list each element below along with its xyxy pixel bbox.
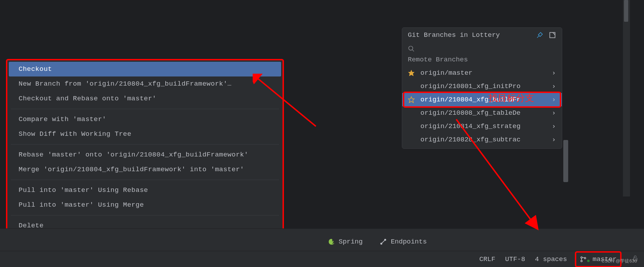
- branch-item[interactable]: origin/master ›: [402, 66, 562, 80]
- status-bar: CRLF UTF-8 4 spaces master: [0, 251, 644, 267]
- branch-name: origin/210814_xfg_strateg: [420, 122, 546, 130]
- tab-label: Endpoints: [391, 238, 427, 246]
- search-icon: [408, 45, 415, 52]
- chevron-right-icon: ›: [551, 69, 557, 77]
- menu-show-diff[interactable]: Show Diff with Working Tree: [9, 127, 281, 141]
- menu-merge[interactable]: Merge 'origin/210804_xfg_buildFramework'…: [9, 162, 281, 177]
- svg-point-7: [580, 260, 582, 261]
- tool-window-strip: [0, 228, 644, 251]
- tab-label: Spring: [339, 238, 363, 246]
- pin-icon[interactable]: [536, 31, 544, 39]
- menu-pull-merge[interactable]: Pull into 'master' Using Merge: [9, 198, 281, 212]
- tool-window-tabs: Spring Endpoints: [328, 234, 427, 249]
- branch-icon: [580, 256, 587, 263]
- branch-name: origin/210801_xfg_initPro: [420, 82, 546, 90]
- menu-separator: [11, 109, 279, 109]
- chevron-right-icon: ›: [551, 82, 557, 90]
- remote-branches-label: Remote Branches: [402, 56, 562, 66]
- status-encoding[interactable]: UTF-8: [505, 255, 525, 263]
- chevron-right-icon: ›: [551, 109, 557, 117]
- branch-name: origin/210808_xfg_tableDe: [420, 109, 546, 117]
- star-outline-icon[interactable]: [407, 96, 416, 103]
- watermark: CSDN @学徒630: [602, 258, 637, 264]
- spring-tool-window[interactable]: Spring: [328, 238, 363, 246]
- branch-name: origin/master: [420, 69, 546, 77]
- status-line-separator[interactable]: CRLF: [479, 255, 496, 263]
- branch-context-menu: Checkout New Branch from 'origin/210804_…: [6, 59, 284, 236]
- editor-scrollbar-thumb[interactable]: [624, 0, 628, 22]
- sync-ok-dot-icon: [587, 259, 590, 262]
- endpoints-icon: [379, 238, 387, 246]
- branch-item-selected[interactable]: origin/210804_xfg_buildFr ›: [402, 93, 562, 106]
- menu-pull-rebase[interactable]: Pull into 'master' Using Rebase: [9, 183, 281, 198]
- branch-search[interactable]: [402, 42, 562, 56]
- endpoints-tool-window[interactable]: Endpoints: [379, 238, 427, 246]
- branch-item[interactable]: origin/210814_xfg_strateg ›: [402, 120, 562, 133]
- branch-item[interactable]: origin/210801_xfg_initPro ›: [402, 80, 562, 93]
- branch-item[interactable]: origin/210828_xfg_subtrac ›: [402, 133, 562, 146]
- svg-point-1: [409, 46, 413, 51]
- branch-item[interactable]: origin/210808_xfg_tableDe ›: [402, 106, 562, 120]
- menu-separator: [11, 180, 279, 180]
- branch-name: origin/210828_xfg_subtrac: [420, 136, 546, 143]
- chevron-right-icon: ›: [551, 96, 557, 104]
- annotation-find-target-branch: 找目标分支: [489, 92, 534, 104]
- popup-header: Git Branches in Lottery: [402, 28, 562, 42]
- menu-compare[interactable]: Compare with 'master': [9, 112, 281, 127]
- chevron-right-icon: ›: [551, 136, 557, 143]
- git-branches-popup: Git Branches in Lottery Remote Branches …: [402, 27, 562, 149]
- svg-point-9: [587, 260, 589, 262]
- spring-icon: [328, 238, 335, 245]
- menu-new-branch[interactable]: New Branch from 'origin/210804_xfg_build…: [9, 76, 281, 91]
- svg-marker-2: [409, 70, 414, 76]
- menu-checkout-rebase[interactable]: Checkout and Rebase onto 'master': [9, 91, 281, 106]
- list-scrollbar-thumb[interactable]: [563, 140, 568, 182]
- popup-title: Git Branches in Lottery: [408, 31, 531, 39]
- chevron-right-icon: ›: [551, 122, 557, 130]
- branch-list: origin/master › origin/210801_xfg_initPr…: [402, 66, 562, 148]
- expand-icon[interactable]: [549, 31, 556, 39]
- svg-rect-0: [550, 33, 555, 38]
- status-indent[interactable]: 4 spaces: [535, 255, 567, 263]
- svg-marker-3: [409, 97, 414, 103]
- star-filled-icon[interactable]: [407, 69, 416, 76]
- svg-point-6: [580, 256, 582, 258]
- menu-separator: [11, 144, 279, 145]
- menu-checkout[interactable]: Checkout: [9, 62, 281, 76]
- menu-rebase[interactable]: Rebase 'master' onto 'origin/210804_xfg_…: [9, 147, 281, 162]
- menu-separator: [11, 215, 279, 215]
- editor-scrollbar-track[interactable]: [623, 0, 630, 196]
